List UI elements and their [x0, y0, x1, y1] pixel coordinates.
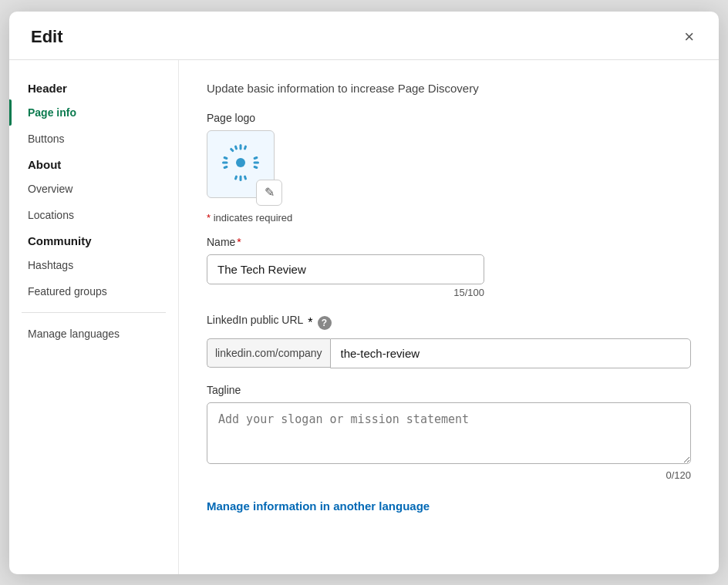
sidebar-section-header: Header [9, 76, 178, 99]
url-row: linkedin.com/company [207, 338, 691, 368]
sidebar-item-overview[interactable]: Overview [9, 176, 178, 202]
manage-language-link[interactable]: Manage information in another language [207, 499, 430, 513]
tagline-input[interactable] [207, 402, 691, 464]
edit-logo-button[interactable]: ✎ [256, 180, 282, 206]
url-label-row: LinkedIn public URL * ? [207, 314, 691, 332]
tagline-char-count: 0/120 [207, 469, 691, 481]
svg-rect-10 [223, 165, 228, 169]
required-note-text: indicates required [214, 212, 293, 224]
logo-section: Page logo [207, 112, 691, 198]
name-required-star: * [237, 236, 241, 248]
url-input[interactable] [330, 338, 691, 368]
name-char-count: 15/100 [207, 287, 484, 298]
content-subtitle: Update basic information to increase Pag… [207, 82, 691, 95]
main-content: Update basic information to increase Pag… [179, 60, 719, 574]
svg-rect-13 [253, 165, 258, 169]
sidebar-section-community: Community [9, 228, 178, 252]
svg-rect-3 [244, 145, 248, 150]
sidebar-item-featured-groups[interactable]: Featured groups [9, 278, 178, 304]
svg-rect-12 [253, 156, 258, 160]
svg-rect-8 [222, 161, 228, 163]
modal-header: Edit × [9, 12, 719, 60]
close-button[interactable]: × [681, 25, 697, 49]
svg-rect-9 [223, 156, 228, 160]
required-note: * indicates required [207, 212, 691, 224]
sidebar: Header Page info Buttons About Overview … [9, 60, 179, 574]
url-label: LinkedIn public URL [207, 314, 303, 326]
sidebar-divider [22, 312, 166, 313]
name-input[interactable] [207, 254, 484, 284]
url-prefix: linkedin.com/company [207, 338, 330, 368]
svg-rect-2 [234, 145, 238, 150]
sidebar-item-hashtags[interactable]: Hashtags [9, 252, 178, 278]
modal-title: Edit [31, 27, 63, 47]
edit-modal: Edit × Header Page info Buttons About Ov… [9, 12, 719, 574]
url-field-group: LinkedIn public URL * ? linkedin.com/com… [207, 314, 691, 368]
modal-overlay: Edit × Header Page info Buttons About Ov… [0, 0, 728, 585]
tagline-label: Tagline [207, 384, 691, 396]
tagline-group: Tagline 0/120 [207, 384, 691, 481]
svg-point-0 [236, 158, 245, 167]
svg-rect-6 [234, 175, 238, 180]
sidebar-section-about: About [9, 152, 178, 176]
svg-rect-4 [230, 147, 234, 152]
sidebar-item-locations[interactable]: Locations [9, 202, 178, 228]
url-required-star: * [308, 316, 312, 330]
name-field-group: Name* 15/100 [207, 236, 691, 298]
required-star: * [207, 212, 211, 224]
sidebar-item-page-info[interactable]: Page info [9, 99, 178, 126]
svg-rect-7 [244, 175, 248, 180]
sidebar-item-buttons[interactable]: Buttons [9, 126, 178, 152]
sidebar-item-manage-languages[interactable]: Manage languages [9, 321, 178, 347]
modal-body: Header Page info Buttons About Overview … [9, 60, 719, 574]
svg-rect-11 [254, 161, 260, 163]
url-help-icon[interactable]: ? [318, 316, 332, 330]
logo-wrapper: ✎ [207, 130, 275, 198]
logo-label: Page logo [207, 112, 691, 124]
svg-rect-5 [240, 175, 242, 181]
svg-rect-1 [240, 144, 242, 150]
name-label: Name* [207, 236, 691, 248]
